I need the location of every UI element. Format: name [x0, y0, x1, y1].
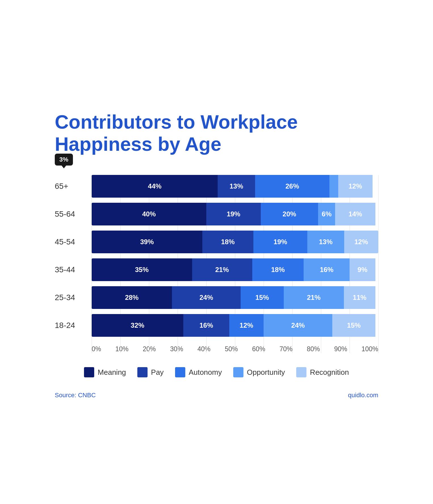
bar-row-wrapper: 18-2432%16%12%24%15% — [55, 314, 378, 337]
source-text: Source: CNBC — [55, 392, 96, 399]
legend-swatch-pay — [137, 367, 148, 377]
bar-row-wrapper: 45-5439%18%19%13%12% — [55, 231, 378, 253]
bar-segment-meaning: 39% — [92, 231, 202, 253]
bar-row-wrapper: 25-3428%24%15%21%11% — [55, 286, 378, 309]
bar-row: 18-2432%16%12%24%15% — [55, 314, 378, 337]
bar-segment-pay: 16% — [183, 314, 229, 337]
x-axis-label: 100% — [361, 345, 378, 353]
bar-segment-pay: 24% — [172, 286, 241, 309]
bar-track: 35%21%18%16%9% — [92, 258, 378, 281]
bar-segment-opportunity: 16% — [304, 258, 350, 281]
bar-segment-meaning: 44% — [92, 175, 218, 198]
bar-row: 65+44%13%26%12% — [55, 175, 378, 198]
bar-segment-recognition: 12% — [338, 175, 373, 198]
legend-swatch-opportunity — [233, 367, 243, 377]
bar-row-label: 45-54 — [55, 237, 92, 246]
bar-segment-meaning: 28% — [92, 286, 172, 309]
bar-segment-recognition: 15% — [332, 314, 375, 337]
bar-segment-meaning: 40% — [92, 203, 206, 225]
bar-row-label: 35-44 — [55, 265, 92, 274]
bar-segment-autonomy: 26% — [255, 175, 330, 198]
legend-item-meaning: Meaning — [84, 367, 126, 377]
bar-row-label: 25-34 — [55, 293, 92, 302]
x-axis-label: 80% — [307, 345, 320, 353]
legend-label-autonomy: Autonomy — [189, 368, 222, 377]
x-axis-label: 20% — [143, 345, 156, 353]
bar-row-label: 65+ — [55, 182, 92, 191]
bar-segment-recognition: 14% — [335, 203, 375, 225]
bar-segment-autonomy: 20% — [261, 203, 318, 225]
bar-row: 45-5439%18%19%13%12% — [55, 231, 378, 253]
bar-track: 32%16%12%24%15% — [92, 314, 378, 337]
bar-segment-meaning: 32% — [92, 314, 183, 337]
x-axis-label: 60% — [252, 345, 265, 353]
bar-row-label: 55-64 — [55, 210, 92, 219]
bar-segment-opportunity: 21% — [284, 286, 344, 309]
x-axis-label: 10% — [115, 345, 129, 353]
bar-segment-pay: 21% — [192, 258, 252, 281]
x-axis: 0%10%20%30%40%50%60%70%80%90%100% — [92, 345, 378, 353]
bars-container: 65+44%13%26%12%3%55-6440%19%20%6%14%45-5… — [55, 175, 378, 342]
bar-row-label: 18-24 — [55, 321, 92, 330]
legend-item-recognition: Recognition — [296, 367, 349, 377]
bar-row-wrapper: 65+44%13%26%12%3% — [55, 175, 378, 198]
chart-container: Contributors to Workplace Happiness by A… — [32, 88, 401, 416]
chart-area: 65+44%13%26%12%3%55-6440%19%20%6%14%45-5… — [55, 175, 378, 353]
tooltip-bubble: 3% — [55, 154, 73, 166]
bar-row: 55-6440%19%20%6%14% — [55, 203, 378, 225]
bar-row-wrapper: 35-4435%21%18%16%9% — [55, 258, 378, 281]
bar-track: 28%24%15%21%11% — [92, 286, 378, 309]
legend-label-pay: Pay — [151, 368, 164, 377]
legend-label-meaning: Meaning — [98, 368, 126, 377]
x-axis-label: 0% — [92, 345, 101, 353]
bar-segment-pay: 13% — [218, 175, 255, 198]
legend-swatch-meaning — [84, 367, 94, 377]
tooltip-container: 3% — [55, 154, 73, 166]
legend-label-recognition: Recognition — [310, 368, 349, 377]
legend-item-autonomy: Autonomy — [175, 367, 222, 377]
x-axis-label: 90% — [334, 345, 347, 353]
bar-track: 39%18%19%13%12% — [92, 231, 378, 253]
bar-segment-recognition: 11% — [344, 286, 375, 309]
bar-row-wrapper: 55-6440%19%20%6%14% — [55, 203, 378, 225]
bar-segment-autonomy: 19% — [253, 231, 307, 253]
bar-segment-opportunity: 6% — [318, 203, 335, 225]
bar-segment-recognition: 12% — [344, 231, 378, 253]
bar-segment-pay: 19% — [206, 203, 261, 225]
x-axis-label: 70% — [279, 345, 293, 353]
bar-segment-autonomy: 12% — [229, 314, 264, 337]
bar-track: 44%13%26%12% — [92, 175, 378, 198]
x-axis-label: 50% — [225, 345, 238, 353]
bar-segment-recognition: 9% — [350, 258, 375, 281]
grid-line — [378, 175, 379, 353]
bar-segment-opportunity: 13% — [307, 231, 344, 253]
bar-row: 35-4435%21%18%16%9% — [55, 258, 378, 281]
footer: Source: CNBC quidlo.com — [55, 392, 378, 399]
bar-segment-opportunity: 24% — [264, 314, 332, 337]
legend-swatch-autonomy — [175, 367, 185, 377]
x-axis-label: 40% — [197, 345, 211, 353]
bar-segment-autonomy: 18% — [252, 258, 304, 281]
legend: MeaningPayAutonomyOpportunityRecognition — [55, 367, 378, 377]
legend-swatch-recognition — [296, 367, 306, 377]
brand-text: quidlo.com — [348, 392, 378, 399]
legend-item-opportunity: Opportunity — [233, 367, 285, 377]
bar-row: 25-3428%24%15%21%11% — [55, 286, 378, 309]
bar-segment-meaning: 35% — [92, 258, 192, 281]
bar-segment-autonomy: 15% — [241, 286, 284, 309]
legend-label-opportunity: Opportunity — [247, 368, 285, 377]
x-axis-label: 30% — [170, 345, 183, 353]
legend-item-pay: Pay — [137, 367, 164, 377]
bar-segment-opportunity — [329, 175, 338, 198]
chart-title: Contributors to Workplace Happiness by A… — [55, 111, 378, 155]
bar-track: 40%19%20%6%14% — [92, 203, 378, 225]
bar-segment-pay: 18% — [202, 231, 253, 253]
